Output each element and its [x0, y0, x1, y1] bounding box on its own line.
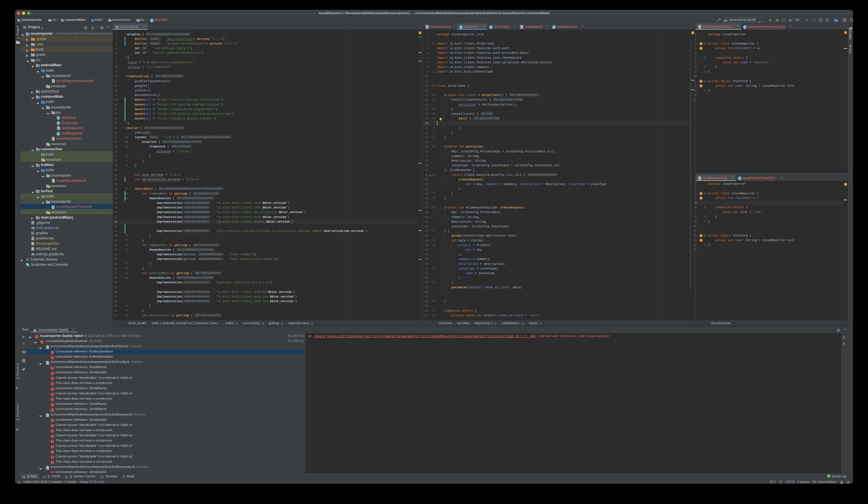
svg-text:MD: MD	[32, 249, 33, 251]
